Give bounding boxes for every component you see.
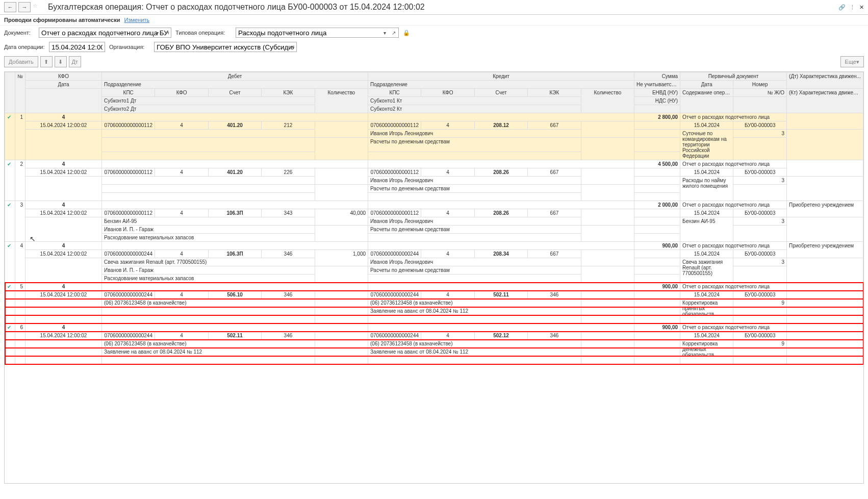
th-qty-k: Количество (581, 89, 634, 113)
th-zho: № Ж/О (733, 89, 787, 97)
open-icon[interactable]: ↗ (162, 29, 170, 37)
table-row[interactable]: Расчеты по денежным средствам (5, 185, 863, 193)
table-row[interactable]: 15.04.2024 12:00:02070600000000002444502… (5, 332, 863, 340)
table-row[interactable]: 15.04.2024 12:00:02070600000000001124106… (5, 209, 863, 217)
star-icon[interactable]: ☆ (33, 3, 42, 12)
th-nomer: Номер (733, 81, 787, 89)
th-kek-d: КЭК (262, 89, 315, 97)
table-row[interactable]: 15.04.2024 12:00:02070600000000002444506… (5, 291, 863, 299)
th-date: Дата (25, 81, 102, 89)
typical-op-label: Типовая операция: (175, 30, 232, 36)
table-row[interactable]: 15.04.2024 12:00:02070600000000001124401… (5, 121, 863, 130)
table-row[interactable]: Иванов Игорь ЛеонидовичСуточные по коман… (5, 130, 863, 138)
th-dept-d: Подразделение (102, 81, 368, 89)
table-row[interactable]: Расчеты по денежным средствам (5, 138, 863, 152)
table-row[interactable]: 15.04.2024 12:00:02070600000000002444106… (5, 250, 863, 258)
table-row[interactable]: Иванов И. П. - ГаражРасчеты по денежным … (5, 226, 863, 234)
link-icon[interactable]: 🔗 (838, 4, 846, 11)
th-char-k: (Кт) Характеристика движения (787, 89, 863, 113)
org-field[interactable] (154, 42, 297, 52)
th-envd: ЕНВД (НУ) (634, 89, 680, 97)
check-icon: ✔ (5, 160, 15, 201)
th-kek-k: КЭК (528, 89, 581, 97)
table-row[interactable]: ✔44900,00Отчет о расходах подотчетного л… (5, 242, 863, 250)
check-icon: ✔ (5, 242, 15, 283)
table-row[interactable]: Свеча зажигания Renault (арт. 7700500155… (5, 258, 863, 266)
entries-table: № КФО Дебет Кредит Сумма Первичный докум… (5, 72, 863, 364)
table-row[interactable]: (06) 20736123458 (в казначействе)(06) 20… (5, 299, 863, 307)
th-pd-date: Дата (680, 81, 733, 89)
check-icon: ✔ (5, 283, 15, 323)
op-date-label: Дата операции: (4, 44, 45, 50)
th-sub1d: Субконто1 Дт (102, 97, 315, 105)
table-row[interactable]: Заявление на аванс от 08.04.2024 № 112 (5, 307, 863, 315)
th-kfo-d: КФО (155, 89, 208, 97)
th-debit: Дебет (102, 72, 368, 81)
table-row[interactable]: ✔142 800,00Отчет о расходах подотчетного… (5, 113, 863, 121)
document-label: Документ: (4, 30, 35, 36)
th-kps-k: КПС (368, 89, 421, 97)
close-icon[interactable]: ✕ (859, 4, 864, 11)
open-icon[interactable]: ↗ (288, 43, 296, 51)
table-row[interactable]: Заявление на аванс от 08.04.2024 № 112За… (5, 348, 863, 356)
menu-icon[interactable]: ⋮ (850, 4, 855, 11)
th-dept-k: Подразделение (368, 81, 634, 89)
th-sub2k: Субконто2 Кт (368, 105, 581, 113)
th-kfo-k: КФО (421, 89, 474, 97)
debit-credit-icon[interactable]: Дт (69, 56, 81, 67)
th-content: Содержание операции (680, 89, 733, 97)
th-acct-k: Счет (474, 89, 527, 97)
table-row[interactable]: 15.04.2024 12:00:02070600000000001124401… (5, 168, 863, 177)
th-num: № (15, 72, 25, 113)
page-title: Бухгалтерская операция: Отчет о расходах… (48, 3, 836, 12)
th-nds: НДС (НУ) (634, 97, 680, 105)
check-icon: ✔ (5, 113, 15, 160)
table-row[interactable]: Бензин АИ-95Иванов Игорь ЛеонидовичБензи… (5, 217, 863, 226)
table-row[interactable]: ✔54900,00Отчет о расходах подотчетного л… (5, 283, 863, 291)
table-row[interactable]: ✔64900,00Отчет о расходах подотчетного л… (5, 323, 863, 332)
th-credit: Кредит (368, 72, 634, 81)
check-icon: ✔ (5, 323, 15, 364)
th-char-d: (Дт) Характеристика движен... (787, 72, 863, 89)
move-down-button[interactable]: ⬇ (55, 56, 67, 67)
table-row[interactable]: ✔342 000,00Отчет о расходах подотчетного… (5, 201, 863, 209)
dropdown-icon[interactable]: ▾ (153, 29, 161, 37)
open-icon[interactable]: ↗ (390, 29, 398, 37)
move-up-button[interactable]: ⬆ (40, 56, 53, 67)
th-kps-d: КПС (102, 89, 155, 97)
org-label: Организация: (109, 44, 150, 50)
change-link[interactable]: Изменить (124, 17, 149, 23)
th-acct-d: Счет (208, 89, 261, 97)
table-row[interactable]: (06) 20736123458 (в казначействе)(06) 20… (5, 340, 863, 348)
table-row[interactable]: Иванов Игорь ЛеонидовичРасходы по найму … (5, 177, 863, 185)
th-check (5, 72, 15, 113)
table-row[interactable]: ✔244 500,00Отчет о расходах подотчетного… (5, 160, 863, 168)
back-button[interactable]: ← (4, 2, 16, 12)
entries-table-wrap: № КФО Дебет Кредит Сумма Первичный докум… (4, 71, 864, 484)
top-nav: ← → ☆ Бухгалтерская операция: Отчет о ра… (0, 0, 868, 15)
status-row: Проводки сформированы автоматически Изме… (0, 15, 868, 26)
dropdown-icon[interactable]: ▾ (380, 29, 389, 37)
forward-button[interactable]: → (18, 2, 31, 12)
th-sub1k: Субконто1 Кт (368, 97, 581, 105)
typical-op-field[interactable] (236, 28, 399, 38)
th-sub2d: Субконто2 Дт (102, 105, 315, 113)
status-label: Проводки сформированы автоматически (4, 17, 120, 23)
table-row[interactable]: Иванов И. П. - ГаражРасчеты по денежным … (5, 266, 863, 275)
th-sum: Сумма (634, 72, 680, 81)
lock-icon: 🔒 (403, 30, 410, 36)
add-button[interactable]: Добавить (4, 56, 38, 67)
document-field[interactable] (39, 28, 171, 38)
th-qty-d: Количество (315, 89, 368, 113)
check-icon: ✔ (5, 201, 15, 242)
th-pdoc: Первичный документ (680, 72, 787, 81)
th-kfo: КФО (25, 72, 102, 81)
th-notax: Не учитывается (НУ) (634, 81, 680, 89)
op-date-field[interactable] (49, 42, 105, 52)
more-button[interactable]: Еще ▾ (840, 56, 864, 67)
